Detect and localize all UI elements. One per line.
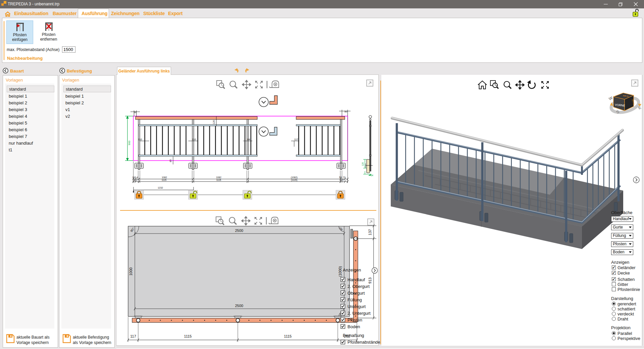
svg-text:1082: 1082 bbox=[162, 176, 167, 179]
svg-text:117: 117 bbox=[130, 334, 136, 338]
svg-text:1115: 1115 bbox=[216, 179, 221, 181]
svg-text:100: 100 bbox=[132, 176, 136, 179]
svg-text:117: 117 bbox=[133, 179, 137, 181]
svg-text:1000: 1000 bbox=[129, 267, 133, 276]
svg-text:E: E bbox=[637, 105, 642, 110]
svg-text:50: 50 bbox=[344, 110, 347, 113]
svg-text:137: 137 bbox=[340, 179, 344, 181]
svg-text:85: 85 bbox=[169, 159, 172, 162]
svg-text:1082: 1082 bbox=[216, 176, 221, 179]
svg-text:W: W bbox=[608, 95, 613, 101]
svg-text:900: 900 bbox=[128, 141, 131, 145]
svg-text:Obergurt: Obergurt bbox=[347, 291, 365, 296]
svg-text:1115: 1115 bbox=[284, 334, 292, 338]
svg-text:120: 120 bbox=[212, 120, 215, 124]
svg-text:Pfostenabstände: Pfostenabstände bbox=[347, 340, 380, 345]
svg-text:50: 50 bbox=[134, 111, 137, 114]
svg-text:70: 70 bbox=[343, 176, 345, 179]
svg-text:2500: 2500 bbox=[235, 304, 243, 308]
svg-text:(1000): (1000) bbox=[338, 266, 342, 277]
svg-text:117: 117 bbox=[294, 138, 298, 141]
svg-text:1115: 1115 bbox=[162, 179, 167, 181]
svg-text:Boden: Boden bbox=[347, 324, 360, 329]
svg-text:2. Obergurt: 2. Obergurt bbox=[347, 284, 370, 289]
svg-text:1232: 1232 bbox=[158, 187, 163, 189]
svg-text:913: 913 bbox=[368, 278, 372, 284]
svg-text:Bemaßung: Bemaßung bbox=[343, 333, 364, 338]
svg-text:Füllung: Füllung bbox=[347, 297, 362, 302]
svg-text:137: 137 bbox=[368, 229, 372, 235]
svg-text:110: 110 bbox=[192, 138, 196, 141]
svg-text:(1115): (1115) bbox=[291, 179, 297, 182]
svg-text:2. Untergurt: 2. Untergurt bbox=[347, 311, 371, 316]
svg-text:84: 84 bbox=[247, 138, 250, 141]
svg-text:110: 110 bbox=[138, 138, 142, 141]
svg-text:1115: 1115 bbox=[184, 334, 192, 338]
svg-text:2500: 2500 bbox=[235, 229, 243, 233]
svg-text:Untergurt: Untergurt bbox=[347, 304, 366, 309]
svg-text:(1082): (1082) bbox=[291, 176, 298, 179]
svg-text:4: 4 bbox=[137, 176, 138, 179]
svg-text:120: 120 bbox=[362, 162, 364, 166]
svg-text:Anzeigen: Anzeigen bbox=[343, 267, 361, 272]
svg-text:54: 54 bbox=[371, 174, 373, 177]
svg-text:Pfosten: Pfosten bbox=[347, 317, 362, 322]
svg-text:Handlauf: Handlauf bbox=[347, 277, 365, 282]
svg-text:50: 50 bbox=[339, 176, 342, 179]
